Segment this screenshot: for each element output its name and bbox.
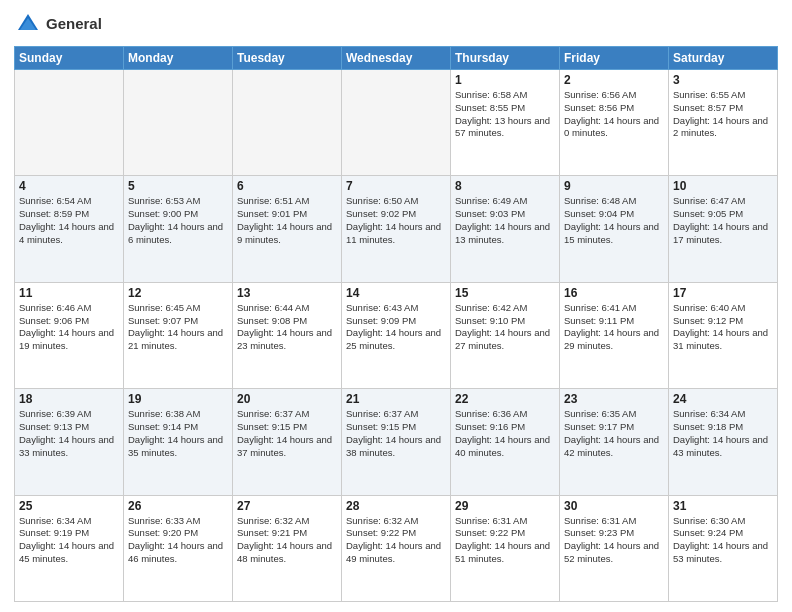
day-cell: 29Sunrise: 6:31 AM Sunset: 9:22 PM Dayli…: [451, 495, 560, 601]
week-row-5: 25Sunrise: 6:34 AM Sunset: 9:19 PM Dayli…: [15, 495, 778, 601]
day-number: 13: [237, 286, 337, 300]
day-cell: 31Sunrise: 6:30 AM Sunset: 9:24 PM Dayli…: [669, 495, 778, 601]
day-cell: 18Sunrise: 6:39 AM Sunset: 9:13 PM Dayli…: [15, 389, 124, 495]
day-number: 10: [673, 179, 773, 193]
day-cell: 21Sunrise: 6:37 AM Sunset: 9:15 PM Dayli…: [342, 389, 451, 495]
day-number: 12: [128, 286, 228, 300]
day-cell: [124, 70, 233, 176]
day-cell: 2Sunrise: 6:56 AM Sunset: 8:56 PM Daylig…: [560, 70, 669, 176]
day-cell: 22Sunrise: 6:36 AM Sunset: 9:16 PM Dayli…: [451, 389, 560, 495]
day-info: Sunrise: 6:30 AM Sunset: 9:24 PM Dayligh…: [673, 515, 773, 566]
day-cell: [342, 70, 451, 176]
day-cell: 14Sunrise: 6:43 AM Sunset: 9:09 PM Dayli…: [342, 282, 451, 388]
day-cell: 9Sunrise: 6:48 AM Sunset: 9:04 PM Daylig…: [560, 176, 669, 282]
weekday-header-tuesday: Tuesday: [233, 47, 342, 70]
day-number: 22: [455, 392, 555, 406]
day-number: 1: [455, 73, 555, 87]
weekday-header-sunday: Sunday: [15, 47, 124, 70]
day-info: Sunrise: 6:34 AM Sunset: 9:18 PM Dayligh…: [673, 408, 773, 459]
day-number: 19: [128, 392, 228, 406]
day-number: 4: [19, 179, 119, 193]
day-info: Sunrise: 6:56 AM Sunset: 8:56 PM Dayligh…: [564, 89, 664, 140]
day-cell: 12Sunrise: 6:45 AM Sunset: 9:07 PM Dayli…: [124, 282, 233, 388]
week-row-1: 1Sunrise: 6:58 AM Sunset: 8:55 PM Daylig…: [15, 70, 778, 176]
day-info: Sunrise: 6:53 AM Sunset: 9:00 PM Dayligh…: [128, 195, 228, 246]
day-info: Sunrise: 6:54 AM Sunset: 8:59 PM Dayligh…: [19, 195, 119, 246]
day-number: 25: [19, 499, 119, 513]
week-row-3: 11Sunrise: 6:46 AM Sunset: 9:06 PM Dayli…: [15, 282, 778, 388]
day-cell: [15, 70, 124, 176]
day-cell: 6Sunrise: 6:51 AM Sunset: 9:01 PM Daylig…: [233, 176, 342, 282]
day-info: Sunrise: 6:51 AM Sunset: 9:01 PM Dayligh…: [237, 195, 337, 246]
day-info: Sunrise: 6:33 AM Sunset: 9:20 PM Dayligh…: [128, 515, 228, 566]
day-cell: 24Sunrise: 6:34 AM Sunset: 9:18 PM Dayli…: [669, 389, 778, 495]
day-number: 15: [455, 286, 555, 300]
logo-icon: [14, 10, 42, 38]
day-number: 31: [673, 499, 773, 513]
day-cell: 27Sunrise: 6:32 AM Sunset: 9:21 PM Dayli…: [233, 495, 342, 601]
day-number: 17: [673, 286, 773, 300]
day-number: 29: [455, 499, 555, 513]
day-number: 2: [564, 73, 664, 87]
day-number: 23: [564, 392, 664, 406]
day-cell: 23Sunrise: 6:35 AM Sunset: 9:17 PM Dayli…: [560, 389, 669, 495]
day-cell: 5Sunrise: 6:53 AM Sunset: 9:00 PM Daylig…: [124, 176, 233, 282]
day-number: 27: [237, 499, 337, 513]
day-info: Sunrise: 6:46 AM Sunset: 9:06 PM Dayligh…: [19, 302, 119, 353]
day-info: Sunrise: 6:45 AM Sunset: 9:07 PM Dayligh…: [128, 302, 228, 353]
logo-general: General: [46, 16, 102, 33]
logo: General: [14, 10, 102, 38]
day-info: Sunrise: 6:42 AM Sunset: 9:10 PM Dayligh…: [455, 302, 555, 353]
day-info: Sunrise: 6:31 AM Sunset: 9:23 PM Dayligh…: [564, 515, 664, 566]
week-row-2: 4Sunrise: 6:54 AM Sunset: 8:59 PM Daylig…: [15, 176, 778, 282]
day-cell: [233, 70, 342, 176]
day-cell: 16Sunrise: 6:41 AM Sunset: 9:11 PM Dayli…: [560, 282, 669, 388]
weekday-header-thursday: Thursday: [451, 47, 560, 70]
day-info: Sunrise: 6:43 AM Sunset: 9:09 PM Dayligh…: [346, 302, 446, 353]
day-cell: 11Sunrise: 6:46 AM Sunset: 9:06 PM Dayli…: [15, 282, 124, 388]
day-number: 30: [564, 499, 664, 513]
day-info: Sunrise: 6:37 AM Sunset: 9:15 PM Dayligh…: [237, 408, 337, 459]
day-cell: 1Sunrise: 6:58 AM Sunset: 8:55 PM Daylig…: [451, 70, 560, 176]
day-cell: 7Sunrise: 6:50 AM Sunset: 9:02 PM Daylig…: [342, 176, 451, 282]
day-cell: 15Sunrise: 6:42 AM Sunset: 9:10 PM Dayli…: [451, 282, 560, 388]
day-number: 14: [346, 286, 446, 300]
day-cell: 20Sunrise: 6:37 AM Sunset: 9:15 PM Dayli…: [233, 389, 342, 495]
day-info: Sunrise: 6:34 AM Sunset: 9:19 PM Dayligh…: [19, 515, 119, 566]
day-number: 5: [128, 179, 228, 193]
day-number: 24: [673, 392, 773, 406]
day-number: 18: [19, 392, 119, 406]
day-info: Sunrise: 6:38 AM Sunset: 9:14 PM Dayligh…: [128, 408, 228, 459]
day-number: 11: [19, 286, 119, 300]
day-cell: 19Sunrise: 6:38 AM Sunset: 9:14 PM Dayli…: [124, 389, 233, 495]
day-info: Sunrise: 6:50 AM Sunset: 9:02 PM Dayligh…: [346, 195, 446, 246]
day-info: Sunrise: 6:32 AM Sunset: 9:21 PM Dayligh…: [237, 515, 337, 566]
day-number: 3: [673, 73, 773, 87]
day-info: Sunrise: 6:49 AM Sunset: 9:03 PM Dayligh…: [455, 195, 555, 246]
day-number: 8: [455, 179, 555, 193]
day-cell: 28Sunrise: 6:32 AM Sunset: 9:22 PM Dayli…: [342, 495, 451, 601]
day-info: Sunrise: 6:31 AM Sunset: 9:22 PM Dayligh…: [455, 515, 555, 566]
weekday-header-row: SundayMondayTuesdayWednesdayThursdayFrid…: [15, 47, 778, 70]
day-cell: 30Sunrise: 6:31 AM Sunset: 9:23 PM Dayli…: [560, 495, 669, 601]
day-cell: 13Sunrise: 6:44 AM Sunset: 9:08 PM Dayli…: [233, 282, 342, 388]
weekday-header-wednesday: Wednesday: [342, 47, 451, 70]
weekday-header-friday: Friday: [560, 47, 669, 70]
day-info: Sunrise: 6:44 AM Sunset: 9:08 PM Dayligh…: [237, 302, 337, 353]
day-cell: 3Sunrise: 6:55 AM Sunset: 8:57 PM Daylig…: [669, 70, 778, 176]
day-info: Sunrise: 6:35 AM Sunset: 9:17 PM Dayligh…: [564, 408, 664, 459]
day-number: 26: [128, 499, 228, 513]
day-info: Sunrise: 6:36 AM Sunset: 9:16 PM Dayligh…: [455, 408, 555, 459]
page: General SundayMondayTuesdayWednesdayThur…: [0, 0, 792, 612]
day-number: 28: [346, 499, 446, 513]
day-cell: 26Sunrise: 6:33 AM Sunset: 9:20 PM Dayli…: [124, 495, 233, 601]
day-info: Sunrise: 6:55 AM Sunset: 8:57 PM Dayligh…: [673, 89, 773, 140]
day-info: Sunrise: 6:37 AM Sunset: 9:15 PM Dayligh…: [346, 408, 446, 459]
weekday-header-saturday: Saturday: [669, 47, 778, 70]
day-number: 21: [346, 392, 446, 406]
day-number: 6: [237, 179, 337, 193]
day-cell: 17Sunrise: 6:40 AM Sunset: 9:12 PM Dayli…: [669, 282, 778, 388]
header: General: [14, 10, 778, 38]
day-cell: 25Sunrise: 6:34 AM Sunset: 9:19 PM Dayli…: [15, 495, 124, 601]
calendar-table: SundayMondayTuesdayWednesdayThursdayFrid…: [14, 46, 778, 602]
